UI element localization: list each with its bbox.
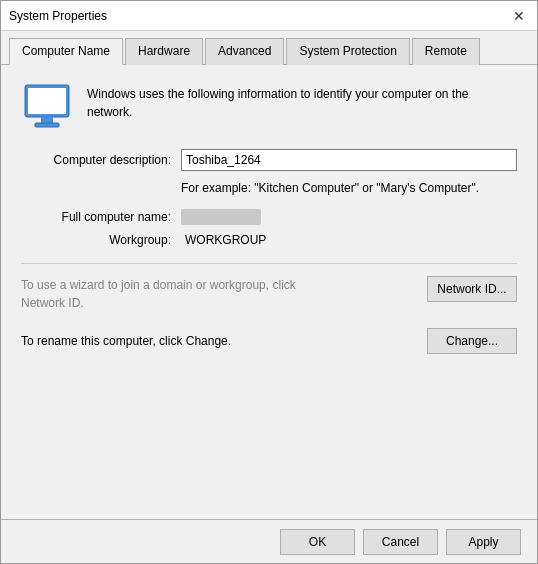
example-text: For example: "Kitchen Computer" or "Mary… [181,181,517,195]
full-name-row: Full computer name: [21,209,517,225]
top-section: Windows uses the following information t… [21,81,517,133]
system-properties-window: System Properties ✕ Computer Name Hardwa… [0,0,538,564]
computer-description-input[interactable] [181,149,517,171]
tabs-bar: Computer Name Hardware Advanced System P… [1,31,537,65]
network-id-button[interactable]: Network ID... [427,276,517,302]
svg-rect-3 [35,123,59,127]
workgroup-value: WORKGROUP [185,233,266,247]
workgroup-row: Workgroup: WORKGROUP [21,233,517,247]
computer-description-label: Computer description: [21,153,181,167]
computer-description-row: Computer description: [21,149,517,171]
computer-icon [21,81,73,133]
ok-button[interactable]: OK [280,529,355,555]
full-name-label: Full computer name: [21,210,181,224]
tab-system-protection[interactable]: System Protection [286,38,409,65]
network-description: Windows uses the following information t… [87,81,517,121]
full-name-value [181,209,261,225]
cancel-button[interactable]: Cancel [363,529,438,555]
rename-section: To rename this computer, click Change. C… [21,328,517,354]
svg-rect-1 [28,88,66,114]
tab-hardware[interactable]: Hardware [125,38,203,65]
divider-section: To use a wizard to join a domain or work… [21,263,517,354]
rename-text: To rename this computer, click Change. [21,334,231,348]
wizard-section: To use a wizard to join a domain or work… [21,276,517,312]
bottom-bar: OK Cancel Apply [1,519,537,563]
form-section: Computer description: For example: "Kitc… [21,149,517,247]
window-title: System Properties [9,9,107,23]
workgroup-label: Workgroup: [21,233,181,247]
svg-rect-2 [41,117,53,123]
tab-advanced[interactable]: Advanced [205,38,284,65]
title-bar: System Properties ✕ [1,1,537,31]
wizard-text: To use a wizard to join a domain or work… [21,276,321,312]
change-button[interactable]: Change... [427,328,517,354]
apply-button[interactable]: Apply [446,529,521,555]
close-button[interactable]: ✕ [509,6,529,26]
tab-content: Windows uses the following information t… [1,65,537,519]
tab-computer-name[interactable]: Computer Name [9,38,123,65]
tab-remote[interactable]: Remote [412,38,480,65]
